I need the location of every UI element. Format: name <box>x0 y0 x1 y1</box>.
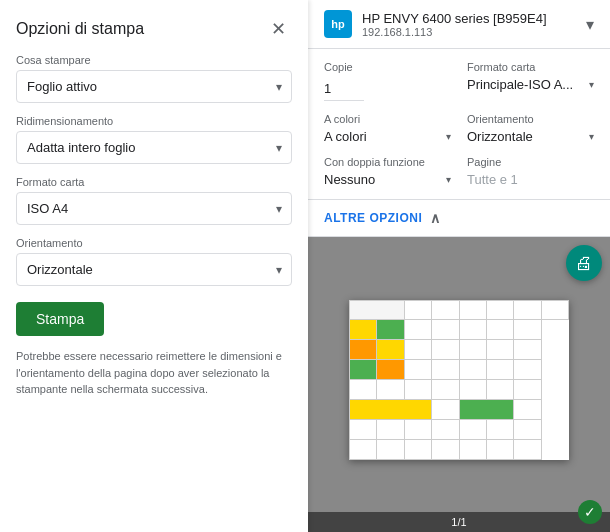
right-orientation-select-wrapper: Orizzontale Verticale ▾ <box>467 129 594 144</box>
more-options-button[interactable]: ALTRE OPZIONI ∧ <box>324 210 441 226</box>
more-options-section: ALTRE OPZIONI ∧ <box>308 200 610 237</box>
right-orientation-select[interactable]: Orizzontale Verticale <box>467 129 549 144</box>
resize-group: Ridimensionamento Adatta intero foglio N… <box>16 115 292 164</box>
duplex-group: Con doppia funzione Nessuno Lato lungo L… <box>324 156 451 187</box>
paper-format-select[interactable]: Principale-ISO A... <box>467 77 590 92</box>
pages-value: Tutte e 1 <box>467 172 594 187</box>
printer-header: hp HP ENVY 6400 series [B959E4] 192.168.… <box>308 0 610 49</box>
color-select-wrapper: A colori Scala di grigi ▾ <box>324 129 451 144</box>
chevron-up-icon: ∧ <box>430 210 441 226</box>
preview-footer: 1/1 <box>308 512 610 532</box>
preview-check-icon: ✓ <box>578 500 602 524</box>
close-button[interactable]: ✕ <box>265 16 292 42</box>
orientation-wrapper: Orizzontale Verticale ▾ <box>16 253 292 286</box>
duplex-select[interactable]: Nessuno Lato lungo Lato corto <box>324 172 401 187</box>
copies-label: Copie <box>324 61 451 73</box>
print-button[interactable]: Stampa <box>16 302 104 336</box>
paper-format-label: Formato carta <box>467 61 594 73</box>
printer-ip: 192.168.1.113 <box>362 26 576 38</box>
copies-input[interactable] <box>324 77 364 101</box>
duplex-label: Con doppia funzione <box>324 156 451 168</box>
what-to-print-wrapper: Foglio attivo Cartella di lavoro Selezio… <box>16 70 292 103</box>
printer-info: HP ENVY 6400 series [B959E4] 192.168.1.1… <box>362 11 576 38</box>
what-to-print-label: Cosa stampare <box>16 54 292 66</box>
what-to-print-group: Cosa stampare Foglio attivo Cartella di … <box>16 54 292 103</box>
orientation-select[interactable]: Orizzontale Verticale <box>16 253 292 286</box>
color-label: A colori <box>324 113 451 125</box>
pages-label: Pagine <box>467 156 594 168</box>
preview-paper <box>349 300 569 460</box>
color-arrow-icon: ▾ <box>446 131 451 142</box>
print-fab-button[interactable]: 🖨 <box>566 245 602 281</box>
resize-wrapper: Adatta intero foglio Nessuna scalatura A… <box>16 131 292 164</box>
panel-title: Opzioni di stampa <box>16 20 144 38</box>
resize-select[interactable]: Adatta intero foglio Nessuna scalatura A… <box>16 131 292 164</box>
paper-size-group: Formato carta ISO A4 A3 Letter Legal ▾ <box>16 176 292 225</box>
copies-group: Copie <box>324 61 451 101</box>
right-orientation-group: Orientamento Orizzontale Verticale ▾ <box>467 113 594 144</box>
paper-size-wrapper: ISO A4 A3 Letter Legal ▾ <box>16 192 292 225</box>
color-select[interactable]: A colori Scala di grigi <box>324 129 415 144</box>
right-orientation-label: Orientamento <box>467 113 594 125</box>
color-group: A colori A colori Scala di grigi ▾ <box>324 113 451 144</box>
print-preview-area: 🖨 <box>308 237 610 532</box>
paper-format-group: Formato carta Principale-ISO A... ▾ <box>467 61 594 101</box>
preview-table <box>349 300 569 460</box>
right-orientation-arrow-icon: ▾ <box>589 131 594 142</box>
paper-size-select[interactable]: ISO A4 A3 Letter Legal <box>16 192 292 225</box>
printer-dropdown-icon[interactable]: ▾ <box>586 15 594 34</box>
print-settings: Copie Formato carta Principale-ISO A... … <box>308 49 610 200</box>
hp-logo: hp <box>324 10 352 38</box>
hp-logo-text: hp <box>331 18 344 30</box>
info-text: Potrebbe essere necessario reimettere le… <box>16 348 292 398</box>
resize-label: Ridimensionamento <box>16 115 292 127</box>
printer-name: HP ENVY 6400 series [B959E4] <box>362 11 576 26</box>
duplex-select-wrapper: Nessuno Lato lungo Lato corto ▾ <box>324 172 451 187</box>
duplex-arrow-icon: ▾ <box>446 174 451 185</box>
what-to-print-select[interactable]: Foglio attivo Cartella di lavoro Selezio… <box>16 70 292 103</box>
orientation-group: Orientamento Orizzontale Verticale ▾ <box>16 237 292 286</box>
page-count: 1/1 <box>451 516 466 528</box>
panel-header: Opzioni di stampa ✕ <box>16 16 292 42</box>
orientation-label: Orientamento <box>16 237 292 249</box>
pages-group: Pagine Tutte e 1 <box>467 156 594 187</box>
more-options-label: ALTRE OPZIONI <box>324 211 422 225</box>
print-options-panel: Opzioni di stampa ✕ Cosa stampare Foglio… <box>0 0 308 532</box>
printer-panel: hp HP ENVY 6400 series [B959E4] 192.168.… <box>308 0 610 532</box>
paper-format-select-wrapper: Principale-ISO A... ▾ <box>467 77 594 92</box>
paper-size-label: Formato carta <box>16 176 292 188</box>
